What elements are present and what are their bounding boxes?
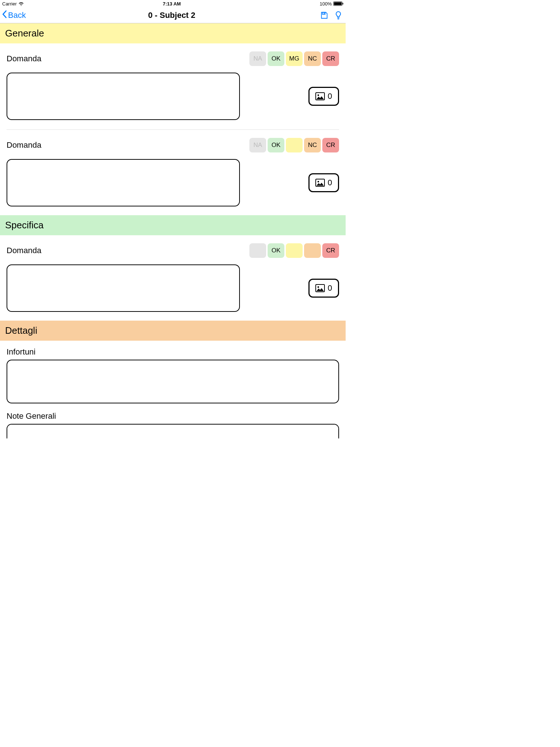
infortuni-label: Infortuni <box>7 347 339 357</box>
svg-point-12 <box>318 286 319 288</box>
question-label: Domanda <box>7 246 41 255</box>
back-label: Back <box>8 11 26 20</box>
page-title: 0 - Subject 2 <box>60 11 284 20</box>
photo-count: 0 <box>328 92 332 101</box>
question-row: Domanda NA OK MG NC CR 0 <box>0 43 346 120</box>
status-bar: Carrier 7:13 AM 100% <box>0 0 346 7</box>
note-generali-input[interactable] <box>7 424 339 438</box>
question-notes-input[interactable] <box>7 264 240 312</box>
pill-mg[interactable]: MG <box>286 51 303 66</box>
pill-cr[interactable]: CR <box>322 51 339 66</box>
pill-nc[interactable] <box>304 243 321 258</box>
back-button[interactable]: Back <box>1 10 26 20</box>
pill-group: NA OK MG NC CR <box>249 51 339 66</box>
pill-mg[interactable] <box>286 243 303 258</box>
photo-count: 0 <box>328 283 332 293</box>
pill-na[interactable] <box>249 243 266 258</box>
navbar: Back 0 - Subject 2 <box>0 7 346 23</box>
pill-group: OK CR <box>249 243 339 258</box>
question-label: Domanda <box>7 54 41 63</box>
image-icon <box>315 179 325 187</box>
wifi-icon <box>18 1 24 6</box>
save-icon[interactable] <box>320 11 328 19</box>
photo-button[interactable]: 0 <box>308 87 339 106</box>
question-row: Domanda NA OK NC CR 0 <box>0 130 346 206</box>
pill-na[interactable]: NA <box>249 51 266 66</box>
pill-nc[interactable]: NC <box>304 138 321 152</box>
pill-ok[interactable]: OK <box>268 51 284 66</box>
detail-field-note: Note Generali <box>0 405 346 440</box>
question-label: Domanda <box>7 140 41 150</box>
battery-icon <box>333 1 343 6</box>
svg-rect-2 <box>342 3 343 5</box>
question-row: Domanda OK CR 0 <box>0 235 346 312</box>
battery-percent: 100% <box>320 1 332 7</box>
svg-point-8 <box>318 94 319 96</box>
status-time: 7:13 AM <box>163 1 181 7</box>
pill-ok[interactable]: OK <box>268 243 284 258</box>
pill-group: NA OK NC CR <box>249 138 339 152</box>
svg-point-10 <box>318 181 319 182</box>
pill-nc[interactable]: NC <box>304 51 321 66</box>
photo-button[interactable]: 0 <box>308 279 339 298</box>
lightbulb-icon[interactable] <box>335 11 342 20</box>
photo-count: 0 <box>328 178 332 187</box>
chevron-left-icon <box>1 10 7 20</box>
pill-na[interactable]: NA <box>249 138 266 152</box>
image-icon <box>315 284 325 292</box>
pill-ok[interactable]: OK <box>268 138 284 152</box>
pill-cr[interactable]: CR <box>322 138 339 152</box>
section-header-generale: Generale <box>0 23 346 43</box>
pill-cr[interactable]: CR <box>322 243 339 258</box>
pill-mg[interactable] <box>286 138 303 152</box>
section-header-dettagli: Dettagli <box>0 321 346 341</box>
carrier-label: Carrier <box>2 1 17 7</box>
infortuni-input[interactable] <box>7 360 339 403</box>
question-notes-input[interactable] <box>7 73 240 120</box>
note-generali-label: Note Generali <box>7 411 339 421</box>
svg-rect-1 <box>334 2 342 5</box>
section-header-specifica: Specifica <box>0 215 346 235</box>
question-notes-input[interactable] <box>7 159 240 206</box>
detail-field-infortuni: Infortuni <box>0 341 346 405</box>
photo-button[interactable]: 0 <box>308 173 339 192</box>
svg-rect-4 <box>324 12 324 14</box>
image-icon <box>315 92 325 100</box>
